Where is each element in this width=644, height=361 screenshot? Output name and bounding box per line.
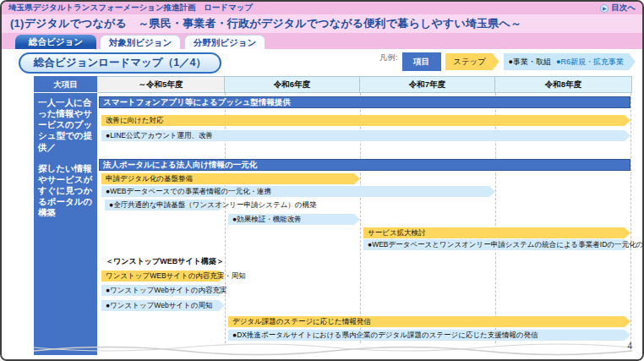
legend-item-swatch: 項目 <box>402 52 441 71</box>
tab-bunya[interactable]: 分野別ビジョン <box>184 35 265 49</box>
play-circle-icon: ▶ <box>600 4 609 13</box>
legend-task-swatch: ●事業・取組 ●R6新規・拡充事業 <box>504 53 636 70</box>
task-bar-text: ●ワンストップWebサイトの周知 <box>101 300 225 311</box>
column-header-4: 令和8年度 <box>495 76 632 93</box>
item-bar-text: スマートフォンアプリ等によるプッシュ型情報提供 <box>99 96 630 108</box>
task-bar-text: ●WEBデータベースとワンスオンリー申請システムの統合による事業者IDの一元化の… <box>363 239 630 250</box>
tab-taisho[interactable]: 対象別ビジョン <box>100 35 181 49</box>
roadmap-badge: 総合ビジョンロードマップ（1／4） <box>19 52 221 74</box>
step-bar-text: 申請デジタル化の基盤整備 <box>101 173 360 184</box>
task-bar-text: ●ワンストップWebサイトの内容充実 <box>101 285 225 296</box>
task-bar-text: ●効果検証・機能改善 <box>228 214 360 225</box>
task-bar: ●DX推進ポータルサイトにおける県内企業のデジタル課題のステージに応じた支援情報… <box>228 330 630 341</box>
document-title: 埼玉県デジタルトランスフォーメーション推進計画 ロードマップ <box>8 3 253 14</box>
top-strip: 埼玉県デジタルトランスフォーメーション推進計画 ロードマップ ▶ 目次へ <box>2 2 642 14</box>
row-group-label-2: 探したい情報やサービスがすぐに見つかるポータルの構築 <box>38 163 95 219</box>
step-bar-text: 改善に向けた対応 <box>101 115 630 126</box>
task-bar: ●ワンストップWebサイトの周知 <box>101 300 225 311</box>
table-header-row: 大項目 ～令和5年度令和6年度令和7年度令和8年度 <box>34 76 632 93</box>
column-header-3: 令和7年度 <box>360 76 495 93</box>
row-group-label-1: 一人一人に合った情報やサービスのプッシュ型での提供／ <box>38 97 95 153</box>
tab-sogo[interactable]: 総合ビジョン <box>15 35 96 49</box>
item-bar: スマートフォンアプリ等によるプッシュ型情報提供 <box>99 96 630 108</box>
column-gridline-4 <box>630 93 631 343</box>
label-bar-text: ＜ワンストップWEBサイト構築＞ <box>101 256 270 267</box>
task-bar: ●WEBデータベースでの事業者情報の一元化・連携 <box>101 186 495 197</box>
task-bar: ●WEBデータベースとワンスオンリー申請システムの統合による事業者IDの一元化の… <box>363 239 630 250</box>
task-bar: ●全庁共通的な申請基盤（ワンスオンリー申請システム）の構築 <box>105 200 225 211</box>
content-area: 総合ビジョンロードマップ（1／4） 凡例: 項目 ステップ ●事業・取組 ●R6… <box>2 49 642 361</box>
step-bar: サービス拡大検討 <box>363 227 630 238</box>
task-bar: ●効果検証・機能改善 <box>228 214 360 225</box>
column-header-1: ～令和5年度 <box>97 76 225 93</box>
task-bar: ●LINE公式アカウント運用、改善 <box>101 130 630 141</box>
tab-bar: 総合ビジョン対象別ビジョン分野別ビジョン <box>2 33 642 49</box>
step-bar-text: ワンストップWEBサイトの内容充実・周知 <box>101 271 225 282</box>
toc-link[interactable]: ▶ 目次へ <box>600 3 636 14</box>
legend-business-label: ●事業・取組 <box>509 57 551 68</box>
step-bar: デジタル課題のステージに応じた情報発信 <box>228 316 630 327</box>
item-bar-text: 法人ポータルによる法人向け情報の一元化 <box>99 159 630 171</box>
task-bar: ●ワンストップWebサイトの内容充実 <box>101 285 225 296</box>
item-bar: 法人ポータルによる法人向け情報の一元化 <box>99 159 630 171</box>
task-bar-text: ●全庁共通的な申請基盤（ワンスオンリー申請システム）の構築 <box>105 200 225 211</box>
task-bar-text: ●LINE公式アカウント運用、改善 <box>101 130 630 141</box>
toc-link-label: 目次へ <box>611 3 636 14</box>
row-group-label: 一人一人に合った情報やサービスのプッシュ型での提供／ 探したい情報やサービスがす… <box>34 93 97 355</box>
page-number: 4 <box>627 342 632 351</box>
step-bar: 申請デジタル化の基盤整備 <box>101 173 360 184</box>
title-band: (1)デジタルでつながる ～県民・事業者・行政がデジタルでつながる便利で暮らしや… <box>2 14 642 33</box>
col-header-category: 大項目 <box>34 76 97 93</box>
wave-decoration <box>34 340 632 357</box>
column-header-2: 令和6年度 <box>225 76 360 93</box>
task-bar-text: ●DX推進ポータルサイトにおける県内企業のデジタル課題のステージに応じた支援情報… <box>228 330 630 341</box>
roadmap-slide: 埼玉県デジタルトランスフォーメーション推進計画 ロードマップ ▶ 目次へ (1)… <box>0 0 644 361</box>
step-bar: ワンストップWEBサイトの内容充実・周知 <box>101 271 225 282</box>
label-bar: ＜ワンストップWEBサイト構築＞ <box>101 256 270 267</box>
legend-step-swatch: ステップ <box>445 53 499 70</box>
legend: 凡例: 項目 ステップ ●事業・取組 ●R6新規・拡充事業 <box>379 52 636 71</box>
step-bar-text: デジタル課題のステージに応じた情報発信 <box>228 316 630 327</box>
timeline-area: スマートフォンアプリ等によるプッシュ型情報提供改善に向けた対応●LINE公式アカ… <box>97 93 632 355</box>
step-bar-text: サービス拡大検討 <box>363 227 630 238</box>
page-title: (1)デジタルでつながる ～県民・事業者・行政がデジタルでつながる便利で暮らしや… <box>10 16 521 31</box>
legend-label: 凡例: <box>379 52 398 63</box>
step-bar: 改善に向けた対応 <box>101 115 630 126</box>
task-bar-text: ●WEBデータベースでの事業者情報の一元化・連携 <box>101 186 495 197</box>
legend-r6-label: ●R6新規・拡充事業 <box>556 57 624 68</box>
